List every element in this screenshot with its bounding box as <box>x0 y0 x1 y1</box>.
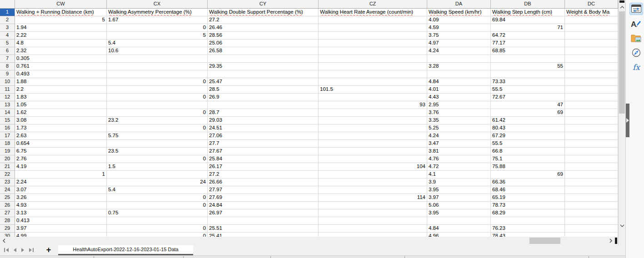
cell-DC27[interactable] <box>565 209 618 217</box>
cell-CW7[interactable]: 0.305 <box>15 55 107 63</box>
first-sheet-button[interactable] <box>3 247 10 253</box>
column-header-CX[interactable]: CX <box>107 0 208 8</box>
cell-CX14[interactable]: 0 <box>107 109 208 117</box>
cell-CW9[interactable]: 0.493 <box>15 70 107 78</box>
cell-DC5[interactable] <box>565 40 618 47</box>
sidebar-hide-grip[interactable] <box>626 104 629 137</box>
cell-DC7[interactable] <box>565 55 618 63</box>
column-header-CZ[interactable]: CZ <box>319 0 427 8</box>
cell-CW16[interactable]: 1.73 <box>15 124 107 132</box>
cell-DC23[interactable] <box>565 179 618 186</box>
cell-DC20[interactable] <box>565 155 618 163</box>
cell-CZ24[interactable] <box>319 186 427 194</box>
cell-DA5[interactable]: 4.97 <box>427 40 491 47</box>
cell-DC14[interactable] <box>565 109 618 117</box>
cell-CY21[interactable]: 26.17 <box>208 163 319 171</box>
cell-DA28[interactable] <box>427 217 491 225</box>
cell-CW28[interactable]: 0.413 <box>15 217 107 225</box>
cell-CX25[interactable]: 0 <box>107 194 208 202</box>
scroll-down-button[interactable] <box>619 222 625 230</box>
cell-CZ25[interactable]: 114 <box>319 194 427 202</box>
cell-CX9[interactable] <box>107 70 208 78</box>
cell-DB27[interactable]: 68.29 <box>491 209 565 217</box>
cell-CW29[interactable]: 3.97 <box>15 225 107 233</box>
cell-CY29[interactable]: 25.51 <box>208 225 319 233</box>
row-header-4[interactable]: 4 <box>0 32 15 40</box>
cell-DB18[interactable]: 55.5 <box>491 140 565 148</box>
cell-CY17[interactable]: 27.06 <box>208 132 319 140</box>
cell-DA6[interactable]: 4.24 <box>427 47 491 55</box>
cell-CY5[interactable]: 25.06 <box>208 40 319 47</box>
cell-CY24[interactable]: 27.97 <box>208 186 319 194</box>
cell-CW15[interactable]: 3.08 <box>15 117 107 124</box>
cell-DA29[interactable]: 4.84 <box>427 225 491 233</box>
cell-CZ5[interactable] <box>319 40 427 47</box>
row-header-14[interactable]: 14 <box>0 109 15 117</box>
cell-CY20[interactable]: 25.84 <box>208 155 319 163</box>
cell-DA16[interactable]: 5.25 <box>427 124 491 132</box>
cell-DC29[interactable] <box>565 225 618 233</box>
column-header-DB[interactable]: DB <box>491 0 565 8</box>
cell-DB21[interactable]: 75.88 <box>491 163 565 171</box>
row-header-9[interactable]: 9 <box>0 70 15 78</box>
cell-CZ7[interactable] <box>319 55 427 63</box>
cell-CZ26[interactable] <box>319 202 427 209</box>
cell-CX21[interactable]: 1.5 <box>107 163 208 171</box>
cell-CX2[interactable]: 1.67 <box>107 16 208 24</box>
cell-CZ27[interactable] <box>319 209 427 217</box>
cell-DB19[interactable]: 66.8 <box>491 148 565 155</box>
cell-DB29[interactable]: 76.23 <box>491 225 565 233</box>
cell-CX20[interactable]: 0 <box>107 155 208 163</box>
cell-CY22[interactable]: 27.2 <box>208 171 319 179</box>
cell-CZ12[interactable] <box>319 94 427 101</box>
row-header-20[interactable]: 20 <box>0 155 15 163</box>
cell-DA23[interactable]: 3.9 <box>427 179 491 186</box>
cell-CX28[interactable] <box>107 217 208 225</box>
cell-DB22[interactable]: 69 <box>491 171 565 179</box>
cell-CW19[interactable]: 6.75 <box>15 148 107 155</box>
cell-DC30[interactable] <box>565 233 618 237</box>
cell-CZ4[interactable] <box>319 32 427 40</box>
cell-DA19[interactable]: 3.81 <box>427 148 491 155</box>
cell-DC10[interactable] <box>565 78 618 86</box>
cell-CY9[interactable] <box>208 70 319 78</box>
cell-CW4[interactable]: 2.22 <box>15 32 107 40</box>
cell-CZ3[interactable] <box>319 24 427 32</box>
cell-CY25[interactable]: 27.69 <box>208 194 319 202</box>
row-header-10[interactable]: 10 <box>0 78 15 86</box>
cell-CW27[interactable]: 3.13 <box>15 209 107 217</box>
row-header-23[interactable]: 23 <box>0 179 15 186</box>
cell-CW20[interactable]: 2.76 <box>15 155 107 163</box>
cell-CY8[interactable]: 29.35 <box>208 63 319 70</box>
cell-CW8[interactable]: 0.761 <box>15 63 107 70</box>
cell-CX29[interactable]: 0 <box>107 225 208 233</box>
cell-CZ17[interactable] <box>319 132 427 140</box>
cell-CX30[interactable]: 0 <box>107 233 208 237</box>
cell-DC8[interactable] <box>565 63 618 70</box>
cell-DC15[interactable] <box>565 117 618 124</box>
cell-DA17[interactable]: 4.24 <box>427 132 491 140</box>
cell-CW2[interactable]: 5 <box>15 16 107 24</box>
cell-DB26[interactable]: 78.73 <box>491 202 565 209</box>
cell-CX19[interactable]: 23.5 <box>107 148 208 155</box>
cell-DA12[interactable]: 4.43 <box>427 94 491 101</box>
cell-CW11[interactable]: 2.2 <box>15 86 107 94</box>
cell-DB5[interactable]: 77.17 <box>491 40 565 47</box>
cell-CZ13[interactable]: 93 <box>319 101 427 109</box>
cell-DA27[interactable]: 3.95 <box>427 209 491 217</box>
split-window-handle-icon[interactable] <box>619 0 624 3</box>
scroll-left-button[interactable] <box>0 237 7 245</box>
next-sheet-button[interactable] <box>19 247 26 253</box>
cell-CZ16[interactable] <box>319 124 427 132</box>
cell-CX8[interactable] <box>107 63 208 70</box>
cell-DA30[interactable]: 4.96 <box>427 233 491 237</box>
cell-DA3[interactable]: 4.59 <box>427 24 491 32</box>
row-header-12[interactable]: 12 <box>0 94 15 101</box>
cell-DB30[interactable]: 78.43 <box>491 233 565 237</box>
cell-CY27[interactable]: 26.97 <box>208 209 319 217</box>
cell-DC3[interactable] <box>565 24 618 32</box>
row-header-26[interactable]: 26 <box>0 202 15 209</box>
cell-CW26[interactable]: 4.93 <box>15 202 107 209</box>
cell-DA1[interactable]: Walking Speed (km/hr) <box>427 9 491 16</box>
scroll-right-button[interactable] <box>607 237 614 245</box>
